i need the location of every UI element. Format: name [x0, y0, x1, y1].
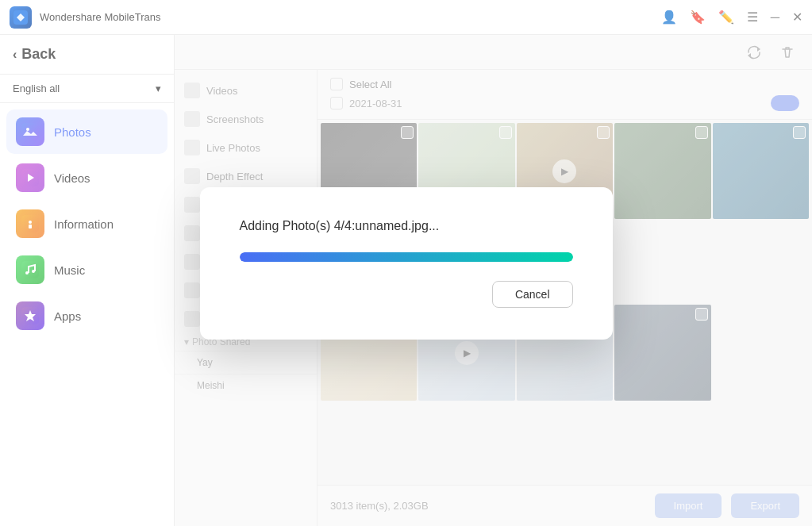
progress-bar-container — [240, 252, 573, 262]
modal-message: Adding Photo(s) 4/4:unnamed.jpg... — [240, 219, 573, 233]
progress-bar-fill — [240, 252, 573, 262]
cancel-button[interactable]: Cancel — [492, 281, 573, 308]
main-layout: ‹ Back English all ▾ Photos — [0, 35, 812, 526]
modal-dialog: Adding Photo(s) 4/4:unnamed.jpg... Cance… — [200, 187, 613, 340]
modal-actions: Cancel — [240, 281, 573, 308]
modal-overlay: Adding Photo(s) 4/4:unnamed.jpg... Cance… — [0, 0, 812, 526]
